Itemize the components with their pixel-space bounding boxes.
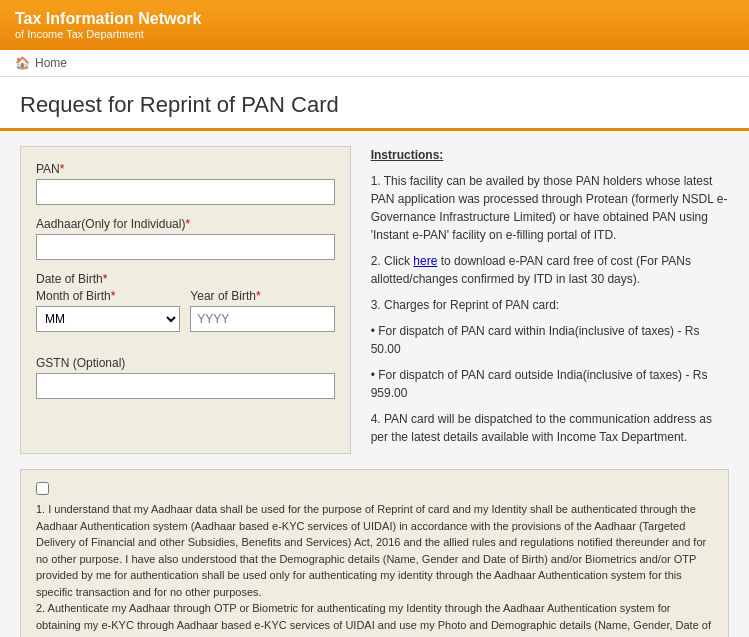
dob-group: Date of Birth* Month of Birth* MM 01 02 … xyxy=(36,272,335,344)
month-label: Month of Birth* xyxy=(36,289,180,303)
instructions-item3a: • For dispatch of PAN card within India(… xyxy=(371,322,729,358)
gstn-group: GSTN (Optional) xyxy=(36,356,335,399)
year-group: Year of Birth* xyxy=(190,289,334,332)
navbar: 🏠 Home xyxy=(0,50,749,77)
gstn-input[interactable] xyxy=(36,373,335,399)
header: Tax Information Network of Income Tax De… xyxy=(0,0,749,50)
header-logo: Tax Information Network of Income Tax De… xyxy=(15,10,201,40)
aadhaar-label: Aadhaar(Only for Individual)* xyxy=(36,217,335,231)
main-content: PAN* Aadhaar(Only for Individual)* Date … xyxy=(0,131,749,469)
month-select[interactable]: MM 01 02 03 04 05 06 07 08 09 10 11 12 xyxy=(36,306,180,332)
terms-checkbox[interactable] xyxy=(36,482,49,495)
gstn-label: GSTN (Optional) xyxy=(36,356,335,370)
month-group: Month of Birth* MM 01 02 03 04 05 06 07 … xyxy=(36,289,180,332)
instructions-section: Instructions: 1. This facility can be av… xyxy=(371,146,729,454)
dob-row: Month of Birth* MM 01 02 03 04 05 06 07 … xyxy=(36,289,335,344)
terms-para2: 2. Authenticate my Aadhaar through OTP o… xyxy=(36,600,713,637)
pan-group: PAN* xyxy=(36,162,335,205)
year-input[interactable] xyxy=(190,306,334,332)
header-title: Tax Information Network xyxy=(15,10,201,28)
terms-para1: 1. I understand that my Aadhaar data sha… xyxy=(36,501,713,600)
dob-label: Date of Birth* xyxy=(36,272,335,286)
pan-input[interactable] xyxy=(36,179,335,205)
instructions-item1: 1. This facility can be availed by those… xyxy=(371,172,729,244)
header-subtitle: of Income Tax Department xyxy=(15,28,201,40)
page-title-area: Request for Reprint of PAN Card xyxy=(0,77,749,131)
nav-home-link[interactable]: Home xyxy=(35,56,67,70)
terms-checkbox-row xyxy=(36,480,713,495)
instructions-item3b: • For dispatch of PAN card outside India… xyxy=(371,366,729,402)
aadhaar-input[interactable] xyxy=(36,234,335,260)
year-label: Year of Birth* xyxy=(190,289,334,303)
terms-section: 1. I understand that my Aadhaar data sha… xyxy=(20,469,729,637)
instructions-item2: 2. Click here to download e-PAN card fre… xyxy=(371,252,729,288)
aadhaar-group: Aadhaar(Only for Individual)* xyxy=(36,217,335,260)
page-title: Request for Reprint of PAN Card xyxy=(20,92,729,118)
form-section: PAN* Aadhaar(Only for Individual)* Date … xyxy=(20,146,351,454)
instructions-here-link[interactable]: here xyxy=(413,254,437,268)
home-icon: 🏠 xyxy=(15,56,30,70)
instructions-title: Instructions: xyxy=(371,146,729,164)
instructions-item4: 4. PAN card will be dispatched to the co… xyxy=(371,410,729,446)
pan-label: PAN* xyxy=(36,162,335,176)
instructions-item3: 3. Charges for Reprint of PAN card: xyxy=(371,296,729,314)
